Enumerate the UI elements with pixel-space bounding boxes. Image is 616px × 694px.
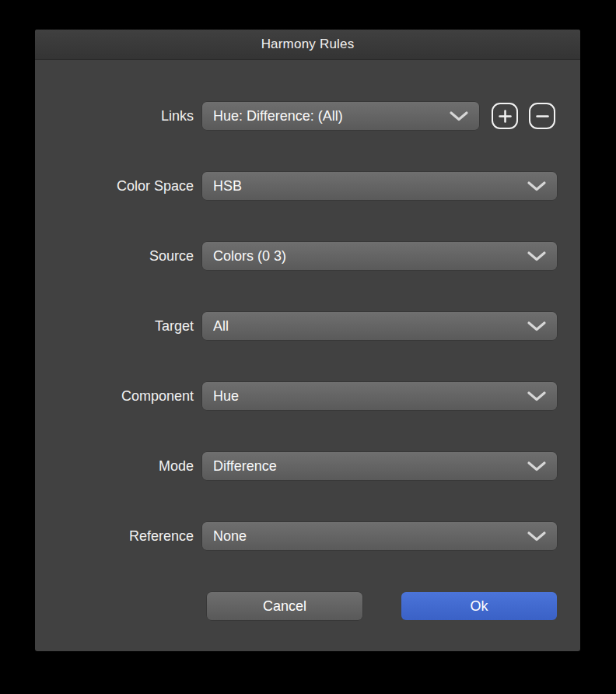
form-row-component: Component Hue [35, 382, 580, 410]
component-label: Component [35, 388, 194, 405]
add-link-button[interactable] [492, 103, 518, 129]
form-row-reference: Reference None [35, 522, 580, 550]
chevron-down-icon [527, 181, 547, 191]
form-row-links: Links Hue: Difference: (All) [35, 102, 580, 130]
form-row-target: Target All [35, 312, 580, 340]
reference-dropdown[interactable]: None [202, 522, 557, 550]
source-dropdown[interactable]: Colors (0 3) [202, 242, 557, 270]
plus-icon [499, 110, 512, 123]
dialog-title: Harmony Rules [261, 37, 355, 52]
source-label: Source [35, 248, 194, 265]
ok-button[interactable]: Ok [401, 592, 557, 620]
color-space-dropdown-value: HSB [213, 178, 242, 195]
mode-dropdown-value: Difference [213, 458, 277, 475]
chevron-down-icon [449, 110, 469, 121]
target-dropdown[interactable]: All [202, 312, 557, 340]
reference-dropdown-value: None [213, 528, 247, 545]
minus-icon [536, 110, 549, 123]
form-row-source: Source Colors (0 3) [35, 242, 580, 270]
chevron-down-icon [527, 461, 547, 471]
chevron-down-icon [527, 391, 547, 401]
form-row-color-space: Color Space HSB [35, 172, 580, 200]
dialog-body: Links Hue: Difference: (All) Color Space [35, 60, 580, 620]
dialog-titlebar: Harmony Rules [35, 30, 580, 60]
cancel-button[interactable]: Cancel [207, 592, 362, 620]
mode-label: Mode [35, 458, 194, 475]
color-space-dropdown[interactable]: HSB [202, 172, 557, 200]
links-label: Links [35, 108, 194, 124]
source-dropdown-value: Colors (0 3) [213, 248, 286, 265]
chevron-down-icon [527, 251, 547, 261]
target-label: Target [35, 318, 194, 335]
dialog-button-row: Cancel Ok [207, 592, 580, 620]
reference-label: Reference [35, 528, 194, 545]
chevron-down-icon [527, 321, 547, 331]
color-space-label: Color Space [35, 178, 194, 195]
harmony-rules-dialog: Harmony Rules Links Hue: Difference: (Al… [35, 30, 580, 651]
remove-link-button[interactable] [529, 103, 555, 129]
form-row-mode: Mode Difference [35, 452, 580, 480]
chevron-down-icon [527, 531, 547, 542]
mode-dropdown[interactable]: Difference [202, 452, 557, 480]
target-dropdown-value: All [213, 318, 229, 335]
links-dropdown-value: Hue: Difference: (All) [213, 108, 343, 124]
links-dropdown[interactable]: Hue: Difference: (All) [202, 102, 479, 130]
component-dropdown-value: Hue [213, 388, 239, 405]
component-dropdown[interactable]: Hue [202, 382, 557, 410]
